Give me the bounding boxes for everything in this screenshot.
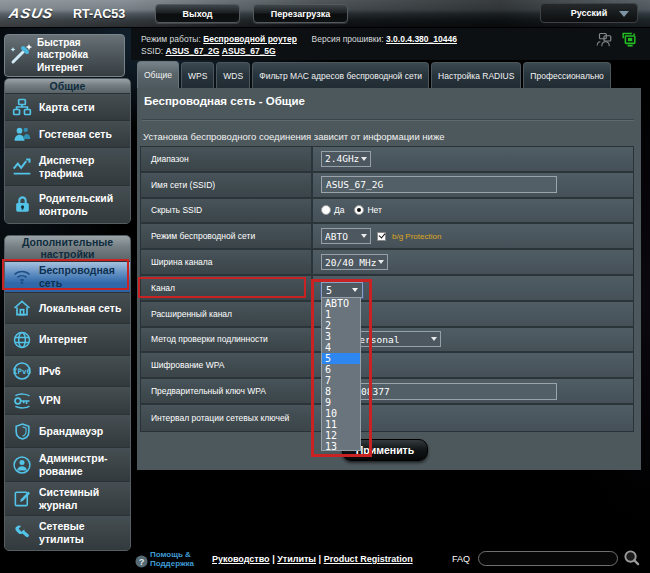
firmware-version-link[interactable]: 3.0.0.4.380_10446 xyxy=(386,34,457,44)
sidebar-item-wan[interactable]: Интернет xyxy=(5,323,130,355)
tab-wds[interactable]: WDS xyxy=(216,62,250,88)
sidebar-item-label: Локальная сеть xyxy=(39,302,123,315)
row-label: Ширина канала xyxy=(141,250,313,274)
annotation-box-wireless-item xyxy=(2,259,129,290)
globe-icon xyxy=(5,330,39,350)
sidebar-item-label: Родительский контроль xyxy=(39,192,130,218)
select-arrow-icon xyxy=(361,234,367,238)
mode-label: Режим работы: xyxy=(141,34,201,44)
help-icon: ? xyxy=(135,554,148,572)
tab-mac-filter[interactable]: Фильтр MAC адресов беспроводной сети xyxy=(252,62,429,88)
router-model: RT-AC53 xyxy=(73,7,125,21)
sidebar-item-vpn[interactable]: VPN xyxy=(5,386,130,414)
table-row-hide-ssid: Скрыть SSID Да Нет xyxy=(141,199,633,225)
sidebar-item-firewall[interactable]: Брандмауэр xyxy=(5,414,130,447)
help-support-link[interactable]: Помощь & Поддержка xyxy=(150,550,194,568)
annotation-box-channel-label xyxy=(138,277,306,298)
row-label: Интервал ротации сетевых ключей xyxy=(141,405,313,431)
row-label: Имя сети (SSID) xyxy=(141,173,313,197)
ssid-2g-link[interactable]: ASUS_67_2G xyxy=(166,46,220,56)
table-row-auth-method: Метод проверки подлинности WPA2-Personal xyxy=(141,328,633,354)
hide-ssid-yes-radio[interactable] xyxy=(321,205,331,215)
sidebar-item-label: VPN xyxy=(39,394,63,407)
mode-value-link[interactable]: Беспроводной роутер xyxy=(203,34,297,44)
bg-protection-label: b/g Protection xyxy=(392,232,441,241)
table-row-channel-bandwidth: Ширина канала 20/40 MHz xyxy=(141,250,633,276)
sidebar-item-label: Гостевая сеть xyxy=(39,128,114,141)
faq-search-input[interactable] xyxy=(478,551,618,566)
row-label: Метод проверки подлинности xyxy=(141,328,313,352)
ssid-5g-link[interactable]: ASUS_67_5G xyxy=(222,46,276,56)
top-bar: ASUS RT-AC53 Выход Перезагрузка Русский xyxy=(0,0,650,28)
vpn-icon xyxy=(5,391,39,411)
status-bar: Режим работы: Беспроводной роутер Версия… xyxy=(131,28,650,60)
sidebar-item-label: IPv6 xyxy=(39,365,63,378)
admin-user-icon xyxy=(5,455,39,475)
sidebar-item-administration[interactable]: Администри-рование xyxy=(5,447,130,481)
shield-icon xyxy=(5,422,39,441)
table-row-wireless-mode: Режим беспроводной сети АВТО b/g Protect… xyxy=(141,224,633,250)
page-title: Беспроводная сеть - Общие xyxy=(144,95,305,107)
band-select[interactable]: 2.4GHz xyxy=(321,151,371,167)
tab-professional[interactable]: Профессионально xyxy=(523,62,611,88)
select-arrow-icon xyxy=(378,260,384,264)
bg-protection-checkbox[interactable] xyxy=(377,232,386,241)
table-row-band: Диапазон 2.4GHz xyxy=(141,147,633,173)
ssid-input[interactable]: ASUS_67_2G xyxy=(321,176,557,193)
firmware-label: Версия прошивки: xyxy=(312,34,384,44)
language-label: Русский xyxy=(571,8,607,18)
row-label: Расширенный канал xyxy=(141,302,313,326)
svg-text:?: ? xyxy=(139,557,145,567)
manual-link[interactable]: Руководство xyxy=(212,554,270,564)
wired-clients-icon[interactable] xyxy=(620,31,638,49)
sidebar-item-label: Системный журнал xyxy=(39,486,130,512)
hide-ssid-no-radio[interactable] xyxy=(354,205,364,215)
wireless-mode-select[interactable]: АВТО xyxy=(321,228,371,244)
divider xyxy=(142,119,634,121)
bandwidth-select[interactable]: 20/40 MHz xyxy=(321,254,388,270)
logout-button[interactable]: Выход xyxy=(155,4,240,23)
sidebar-item-label: Быстрая настройка Интернет xyxy=(37,37,124,75)
sidebar-item-traffic-manager[interactable]: Диспетчер трафика xyxy=(5,147,130,185)
tab-radius[interactable]: Настройка RADIUS xyxy=(431,62,521,88)
reboot-button[interactable]: Перезагрузка xyxy=(253,4,348,23)
product-registration-link[interactable]: Product Registration xyxy=(324,554,413,564)
ssid-line: SSID: ASUS_67_2G ASUS_67_5G xyxy=(141,46,276,56)
asus-logo: ASUS xyxy=(8,6,66,20)
sidebar-item-label: Карта сети xyxy=(39,101,97,114)
select-arrow-icon xyxy=(431,337,437,341)
sidebar-item-network-tools[interactable]: Сетевые утилиты xyxy=(5,515,130,550)
tab-wps[interactable]: WPS xyxy=(181,62,214,88)
tab-general[interactable]: Общие xyxy=(137,61,179,88)
table-row-key-rotation: Интервал ротации сетевых ключей xyxy=(141,405,633,431)
sidebar-item-system-log[interactable]: Системный журнал xyxy=(5,481,130,515)
row-label: Режим беспроводной сети xyxy=(141,224,313,248)
sidebar-item-label: Интернет xyxy=(39,333,89,346)
ssid-label: SSID: xyxy=(141,46,163,56)
sidebar-section-general: Общие Карта сети Го xyxy=(4,78,131,224)
operation-mode-line: Режим работы: Беспроводной роутер Версия… xyxy=(141,34,457,44)
radio-label: Да xyxy=(334,205,344,215)
utilities-link[interactable]: Утилиты xyxy=(277,554,316,564)
sidebar-item-ipv6[interactable]: IPv6 IPv6 xyxy=(5,355,130,386)
log-file-icon xyxy=(5,489,39,508)
tab-bar: Общие WPS WDS Фильтр MAC адресов беспров… xyxy=(131,60,650,88)
home-icon xyxy=(5,298,39,318)
table-row-extension-channel: Расширенный канал xyxy=(141,302,633,328)
search-icon[interactable] xyxy=(623,549,640,570)
sidebar-item-guest-network[interactable]: Гостевая сеть xyxy=(5,120,130,147)
table-row-wpa-encryption: Шифрование WPA xyxy=(141,353,633,379)
sidebar-item-lan[interactable]: Локальная сеть xyxy=(5,292,130,323)
footer-links: Руководство | Утилиты | Product Registra… xyxy=(212,554,413,564)
sidebar-item-parental-control[interactable]: Родительский контроль xyxy=(5,185,130,223)
sidebar-section-title: Дополнительные настройки xyxy=(5,236,130,261)
chevron-down-icon xyxy=(619,11,629,17)
sidebar-item-network-map[interactable]: Карта сети xyxy=(5,93,130,120)
table-row-ssid: Имя сети (SSID) ASUS_67_2G xyxy=(141,173,633,199)
sidebar-item-quick-setup[interactable]: Быстрая настройка Интернет xyxy=(4,34,125,77)
sidebar-item-label: Сетевые утилиты xyxy=(39,520,130,546)
language-dropdown[interactable]: Русский xyxy=(540,3,638,23)
clients-icon[interactable] xyxy=(595,32,613,49)
sidebar-item-label: Администри-рование xyxy=(39,452,130,478)
row-label: Шифрование WPA xyxy=(141,353,313,377)
